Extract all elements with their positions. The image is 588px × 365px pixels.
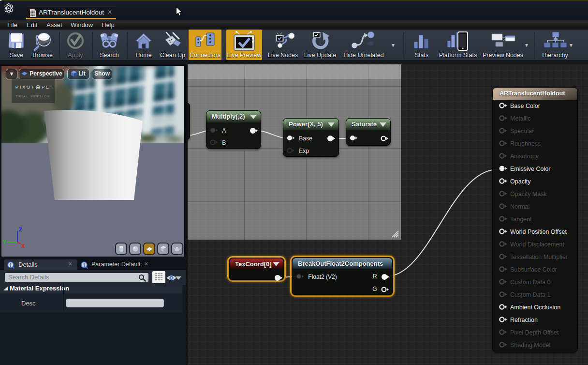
svg-text:i: i xyxy=(10,263,12,268)
svg-text:Z: Z xyxy=(19,227,22,232)
svg-text:X: X xyxy=(21,243,25,249)
svg-text:Y: Y xyxy=(3,239,7,245)
svg-text:i: i xyxy=(84,263,85,268)
